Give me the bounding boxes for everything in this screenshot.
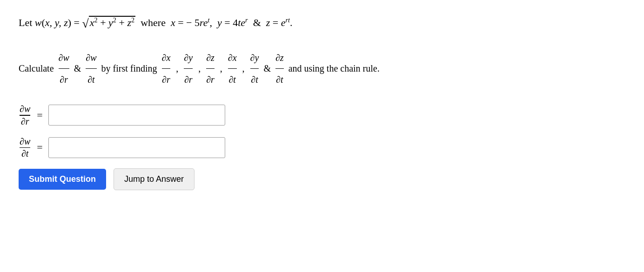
dw-dr-row: ∂w ∂r = — [19, 104, 625, 127]
dx-dt-fraction: ∂x ∂t — [228, 47, 237, 90]
dz-dr-fraction: ∂z ∂r — [206, 47, 215, 90]
dw-dt-answer-fraction: ∂w ∂t — [20, 136, 30, 159]
buttons-row: Submit Question Jump to Answer — [19, 168, 625, 190]
jump-to-answer-button[interactable]: Jump to Answer — [114, 168, 195, 190]
dy-dr-fraction: ∂y ∂r — [184, 47, 193, 90]
and-symbol-2: & — [263, 58, 271, 79]
dy-dt-fraction: ∂y ∂t — [250, 47, 259, 90]
calculate-label: Calculate — [19, 58, 54, 79]
dz-dt-fraction: ∂z ∂t — [275, 47, 284, 90]
equals-1: = — [37, 109, 42, 121]
dx-dr-fraction: ∂x ∂r — [162, 47, 171, 90]
dw-dr-fraction: ∂w ∂r — [59, 47, 69, 90]
equals-2: = — [37, 141, 42, 153]
problem-statement: Let w(x, y, z) = √x2 + y2 + z2 where x =… — [19, 14, 625, 33]
dw-dt-row: ∂w ∂t = — [19, 136, 625, 159]
dw-dr-input[interactable] — [48, 105, 225, 126]
submit-question-button[interactable]: Submit Question — [19, 169, 106, 190]
instruction-line: Calculate ∂w ∂r & ∂w ∂t by first finding… — [19, 47, 625, 90]
by-first-finding: by first finding — [101, 58, 157, 79]
and-symbol-1: & — [74, 58, 81, 79]
dw-dt-fraction: ∂w ∂t — [86, 47, 96, 90]
dw-dt-input[interactable] — [48, 137, 225, 158]
and-using-chain-rule: and using the chain rule. — [288, 58, 380, 79]
dw-dr-answer-fraction: ∂w ∂r — [20, 104, 30, 127]
